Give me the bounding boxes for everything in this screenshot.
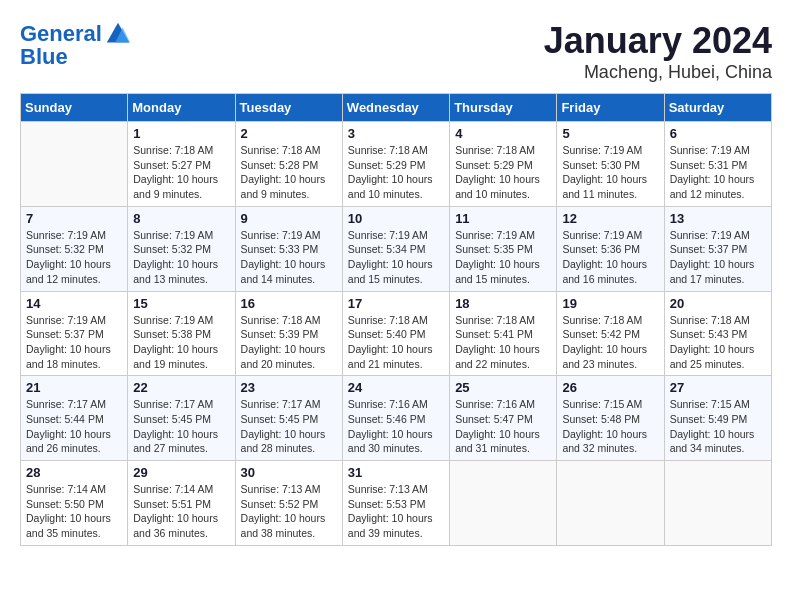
day-info: Sunrise: 7:18 AMSunset: 5:41 PMDaylight:… (455, 313, 551, 372)
day-cell: 22Sunrise: 7:17 AMSunset: 5:45 PMDayligh… (128, 376, 235, 461)
day-info: Sunrise: 7:16 AMSunset: 5:47 PMDaylight:… (455, 397, 551, 456)
day-number: 4 (455, 126, 551, 141)
day-cell (450, 461, 557, 546)
day-cell: 14Sunrise: 7:19 AMSunset: 5:37 PMDayligh… (21, 291, 128, 376)
day-cell: 12Sunrise: 7:19 AMSunset: 5:36 PMDayligh… (557, 206, 664, 291)
day-info: Sunrise: 7:17 AMSunset: 5:45 PMDaylight:… (133, 397, 229, 456)
day-number: 26 (562, 380, 658, 395)
day-info: Sunrise: 7:13 AMSunset: 5:52 PMDaylight:… (241, 482, 337, 541)
day-info: Sunrise: 7:19 AMSunset: 5:31 PMDaylight:… (670, 143, 766, 202)
day-number: 25 (455, 380, 551, 395)
weekday-header-tuesday: Tuesday (235, 94, 342, 122)
day-cell: 6Sunrise: 7:19 AMSunset: 5:31 PMDaylight… (664, 122, 771, 207)
day-info: Sunrise: 7:18 AMSunset: 5:39 PMDaylight:… (241, 313, 337, 372)
day-cell: 29Sunrise: 7:14 AMSunset: 5:51 PMDayligh… (128, 461, 235, 546)
day-cell: 4Sunrise: 7:18 AMSunset: 5:29 PMDaylight… (450, 122, 557, 207)
day-number: 10 (348, 211, 444, 226)
day-info: Sunrise: 7:15 AMSunset: 5:48 PMDaylight:… (562, 397, 658, 456)
week-row-2: 7Sunrise: 7:19 AMSunset: 5:32 PMDaylight… (21, 206, 772, 291)
day-cell: 26Sunrise: 7:15 AMSunset: 5:48 PMDayligh… (557, 376, 664, 461)
weekday-header-thursday: Thursday (450, 94, 557, 122)
day-info: Sunrise: 7:18 AMSunset: 5:27 PMDaylight:… (133, 143, 229, 202)
day-cell: 19Sunrise: 7:18 AMSunset: 5:42 PMDayligh… (557, 291, 664, 376)
day-cell: 1Sunrise: 7:18 AMSunset: 5:27 PMDaylight… (128, 122, 235, 207)
day-cell: 25Sunrise: 7:16 AMSunset: 5:47 PMDayligh… (450, 376, 557, 461)
day-info: Sunrise: 7:18 AMSunset: 5:29 PMDaylight:… (455, 143, 551, 202)
day-cell: 9Sunrise: 7:19 AMSunset: 5:33 PMDaylight… (235, 206, 342, 291)
day-cell: 31Sunrise: 7:13 AMSunset: 5:53 PMDayligh… (342, 461, 449, 546)
day-cell: 15Sunrise: 7:19 AMSunset: 5:38 PMDayligh… (128, 291, 235, 376)
day-info: Sunrise: 7:19 AMSunset: 5:35 PMDaylight:… (455, 228, 551, 287)
title-block: January 2024 Macheng, Hubei, China (544, 20, 772, 83)
day-info: Sunrise: 7:19 AMSunset: 5:36 PMDaylight:… (562, 228, 658, 287)
location: Macheng, Hubei, China (544, 62, 772, 83)
day-info: Sunrise: 7:19 AMSunset: 5:38 PMDaylight:… (133, 313, 229, 372)
day-info: Sunrise: 7:17 AMSunset: 5:45 PMDaylight:… (241, 397, 337, 456)
day-info: Sunrise: 7:13 AMSunset: 5:53 PMDaylight:… (348, 482, 444, 541)
day-number: 5 (562, 126, 658, 141)
day-number: 17 (348, 296, 444, 311)
day-number: 31 (348, 465, 444, 480)
day-number: 20 (670, 296, 766, 311)
day-cell: 27Sunrise: 7:15 AMSunset: 5:49 PMDayligh… (664, 376, 771, 461)
day-cell: 10Sunrise: 7:19 AMSunset: 5:34 PMDayligh… (342, 206, 449, 291)
day-number: 9 (241, 211, 337, 226)
day-info: Sunrise: 7:19 AMSunset: 5:33 PMDaylight:… (241, 228, 337, 287)
week-row-4: 21Sunrise: 7:17 AMSunset: 5:44 PMDayligh… (21, 376, 772, 461)
day-cell: 30Sunrise: 7:13 AMSunset: 5:52 PMDayligh… (235, 461, 342, 546)
weekday-header-saturday: Saturday (664, 94, 771, 122)
day-number: 23 (241, 380, 337, 395)
day-cell: 13Sunrise: 7:19 AMSunset: 5:37 PMDayligh… (664, 206, 771, 291)
day-cell: 8Sunrise: 7:19 AMSunset: 5:32 PMDaylight… (128, 206, 235, 291)
logo: General Blue (20, 20, 132, 70)
day-info: Sunrise: 7:19 AMSunset: 5:37 PMDaylight:… (26, 313, 122, 372)
week-row-3: 14Sunrise: 7:19 AMSunset: 5:37 PMDayligh… (21, 291, 772, 376)
day-cell: 7Sunrise: 7:19 AMSunset: 5:32 PMDaylight… (21, 206, 128, 291)
day-number: 2 (241, 126, 337, 141)
day-number: 29 (133, 465, 229, 480)
day-info: Sunrise: 7:18 AMSunset: 5:43 PMDaylight:… (670, 313, 766, 372)
day-info: Sunrise: 7:19 AMSunset: 5:32 PMDaylight:… (26, 228, 122, 287)
day-cell (557, 461, 664, 546)
day-number: 30 (241, 465, 337, 480)
day-cell: 23Sunrise: 7:17 AMSunset: 5:45 PMDayligh… (235, 376, 342, 461)
day-cell (21, 122, 128, 207)
day-cell: 24Sunrise: 7:16 AMSunset: 5:46 PMDayligh… (342, 376, 449, 461)
day-number: 8 (133, 211, 229, 226)
day-number: 28 (26, 465, 122, 480)
day-number: 11 (455, 211, 551, 226)
day-number: 6 (670, 126, 766, 141)
day-cell (664, 461, 771, 546)
day-number: 13 (670, 211, 766, 226)
day-number: 22 (133, 380, 229, 395)
day-number: 1 (133, 126, 229, 141)
day-cell: 2Sunrise: 7:18 AMSunset: 5:28 PMDaylight… (235, 122, 342, 207)
day-number: 15 (133, 296, 229, 311)
day-cell: 11Sunrise: 7:19 AMSunset: 5:35 PMDayligh… (450, 206, 557, 291)
day-cell: 17Sunrise: 7:18 AMSunset: 5:40 PMDayligh… (342, 291, 449, 376)
weekday-header-monday: Monday (128, 94, 235, 122)
calendar-table: SundayMondayTuesdayWednesdayThursdayFrid… (20, 93, 772, 546)
day-info: Sunrise: 7:14 AMSunset: 5:50 PMDaylight:… (26, 482, 122, 541)
page-header: General Blue January 2024 Macheng, Hubei… (20, 20, 772, 83)
day-cell: 18Sunrise: 7:18 AMSunset: 5:41 PMDayligh… (450, 291, 557, 376)
day-number: 27 (670, 380, 766, 395)
weekday-header-sunday: Sunday (21, 94, 128, 122)
week-row-1: 1Sunrise: 7:18 AMSunset: 5:27 PMDaylight… (21, 122, 772, 207)
day-number: 21 (26, 380, 122, 395)
day-number: 16 (241, 296, 337, 311)
day-number: 7 (26, 211, 122, 226)
day-info: Sunrise: 7:18 AMSunset: 5:40 PMDaylight:… (348, 313, 444, 372)
day-info: Sunrise: 7:16 AMSunset: 5:46 PMDaylight:… (348, 397, 444, 456)
day-info: Sunrise: 7:17 AMSunset: 5:44 PMDaylight:… (26, 397, 122, 456)
day-info: Sunrise: 7:18 AMSunset: 5:42 PMDaylight:… (562, 313, 658, 372)
day-cell: 5Sunrise: 7:19 AMSunset: 5:30 PMDaylight… (557, 122, 664, 207)
day-number: 18 (455, 296, 551, 311)
day-number: 24 (348, 380, 444, 395)
day-info: Sunrise: 7:15 AMSunset: 5:49 PMDaylight:… (670, 397, 766, 456)
day-number: 14 (26, 296, 122, 311)
day-number: 19 (562, 296, 658, 311)
day-cell: 16Sunrise: 7:18 AMSunset: 5:39 PMDayligh… (235, 291, 342, 376)
weekday-header-friday: Friday (557, 94, 664, 122)
day-info: Sunrise: 7:19 AMSunset: 5:30 PMDaylight:… (562, 143, 658, 202)
